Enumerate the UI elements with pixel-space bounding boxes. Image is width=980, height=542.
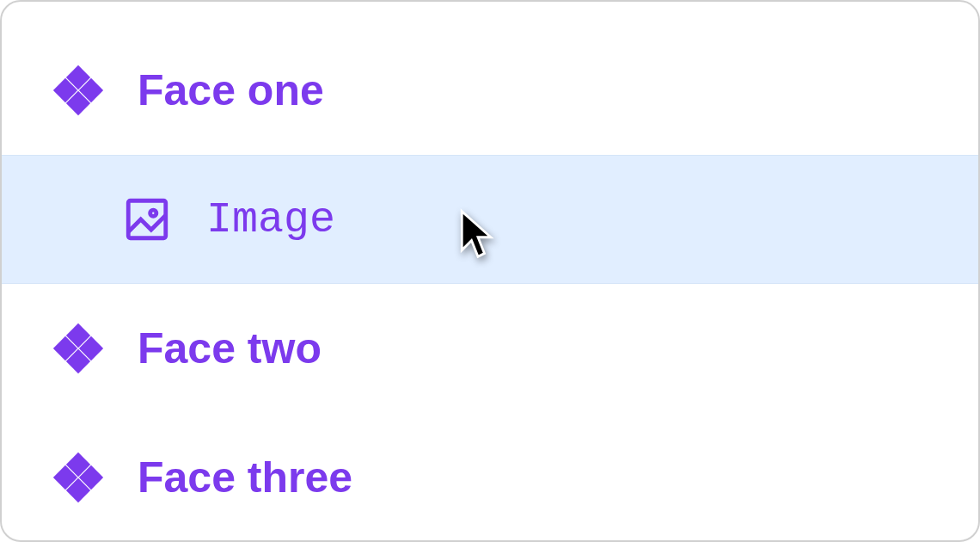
component-icon [53, 323, 103, 373]
layer-item-face-three[interactable]: Face three [2, 413, 978, 542]
component-icon [53, 453, 103, 502]
layer-label: Image [206, 195, 335, 244]
svg-point-1 [150, 210, 156, 216]
layer-label: Face one [138, 65, 324, 115]
layer-item-face-one[interactable]: Face one [2, 26, 978, 155]
layer-label: Face two [138, 323, 322, 373]
image-icon [122, 194, 172, 244]
layer-list: Face one Image Face two Face three [2, 2, 978, 542]
layer-item-image[interactable]: Image [2, 155, 978, 284]
layer-item-face-two[interactable]: Face two [2, 284, 978, 413]
layer-label: Face three [138, 453, 352, 502]
component-icon [53, 65, 103, 115]
